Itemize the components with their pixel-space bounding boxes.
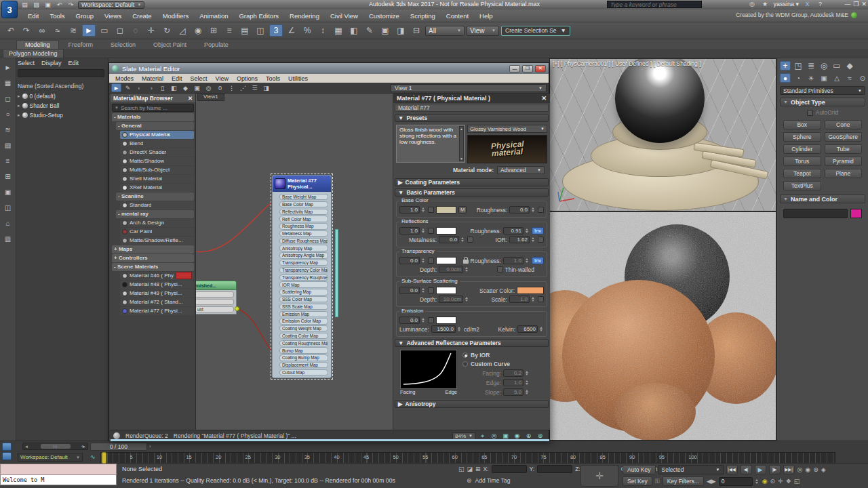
browser-row[interactable]: - General	[116, 122, 194, 130]
emission-color-swatch[interactable]	[436, 317, 456, 324]
assign-to-selection-icon[interactable]: ◆	[180, 83, 191, 92]
help-icon[interactable]: ?	[816, 1, 825, 7]
map-slot[interactable]: Displacement Map	[279, 362, 328, 368]
select-move-icon[interactable]: ✛	[144, 24, 158, 37]
maximize-button[interactable]: ❐	[853, 1, 859, 7]
go-to-end-button[interactable]: ▶▶|	[783, 465, 795, 474]
select-object-icon[interactable]: ►	[82, 24, 96, 37]
systems-category-icon[interactable]: ⊙	[857, 73, 868, 83]
layout-vertical-icon[interactable]: ⋮	[226, 83, 237, 92]
material-node-header[interactable]: Material #77Physical...	[273, 176, 331, 192]
lights-category-icon[interactable]: ☀	[806, 73, 816, 83]
map-slot[interactable]: Reflectivity Map	[279, 209, 328, 215]
new-file-icon[interactable]: ▤	[20, 1, 29, 8]
preset-dropdown[interactable]: Glossy Varnished Wood▼	[467, 125, 547, 133]
selection-lock-icon[interactable]: ◪	[467, 466, 473, 472]
se-frame-icon[interactable]: ◻	[3, 94, 14, 103]
slate-menu-item[interactable]: Material	[138, 75, 167, 82]
slate-minimize-button[interactable]: —	[509, 65, 520, 73]
y-coordinate-field[interactable]	[537, 465, 572, 473]
map-slot[interactable]: Base Color Map	[279, 201, 328, 207]
transparency-color-swatch[interactable]	[436, 257, 456, 264]
browser-close-icon[interactable]: ✕	[188, 95, 193, 102]
time-tag-icon[interactable]: ⊕	[467, 477, 472, 484]
map-slot[interactable]: Roughness Map	[279, 223, 328, 229]
reflection-color-swatch[interactable]	[436, 227, 456, 235]
se-lasso-icon[interactable]: ≋	[3, 125, 14, 134]
facing-spinner[interactable]: 0.2	[503, 369, 524, 377]
browser-toggle-icon[interactable]: ◨	[261, 83, 271, 92]
menu-item[interactable]: Graph Editors	[234, 11, 283, 21]
menu-item[interactable]: Animation	[195, 11, 233, 21]
key-filters-button[interactable]: Key Filters...	[663, 476, 704, 486]
select-scale-icon[interactable]: ◿	[176, 24, 189, 37]
metalness-spinner[interactable]: 0.0	[439, 236, 459, 243]
se-sort-icon[interactable]: ≡	[3, 156, 14, 165]
search-input[interactable]	[607, 1, 702, 8]
align-icon[interactable]: ≡	[222, 24, 236, 37]
browser-row[interactable]: DirectX Shader	[120, 148, 194, 157]
spinner-arrows[interactable]	[526, 380, 530, 385]
slate-dim1-icon[interactable]: ◐	[134, 83, 144, 92]
browser-row[interactable]: Shell Material	[120, 175, 194, 183]
material-77-node[interactable]: Material #77Physical... Base Weight Map	[271, 174, 333, 380]
expand-triangle-icon[interactable]: ▸	[18, 103, 20, 108]
play-button[interactable]: ▶	[755, 465, 766, 474]
custom-curve-radio[interactable]	[462, 361, 468, 367]
scene-explorer-toggle-icon[interactable]: ◫	[254, 24, 267, 37]
slate-menu-item[interactable]: Utilities	[285, 75, 311, 82]
explorer-row[interactable]: ▸ Shader Ball	[18, 102, 106, 110]
layout-all-icon[interactable]: ⋰	[238, 83, 248, 92]
browser-row[interactable]: - Scanline	[116, 192, 194, 201]
open-file-icon[interactable]: ▨	[32, 1, 41, 8]
object-name-field[interactable]	[783, 209, 848, 218]
roughness-map-checkbox[interactable]	[538, 207, 544, 213]
render-production-icon[interactable]: ✎	[363, 24, 376, 37]
map-slot[interactable]: Coating Roughness Map	[279, 340, 328, 346]
node-view-canvas[interactable]: View1 rnished... unt	[196, 94, 393, 430]
menu-item[interactable]: Civil View	[326, 11, 363, 21]
spinner-arrows[interactable]	[422, 258, 426, 263]
primitive-button[interactable]: Pyramid	[825, 157, 863, 166]
map-slot[interactable]: Anisotropy Map	[279, 245, 328, 251]
browser-search-field[interactable]: ▼Search by Name ...	[112, 104, 194, 112]
kelvin-spinner[interactable]: 6500	[517, 325, 538, 333]
search-communities-icon[interactable]: ◎	[747, 1, 756, 7]
scale-map-checkbox[interactable]	[538, 296, 544, 302]
frame-step-icons[interactable]: ◀▶	[707, 478, 716, 485]
transparency-weight-spinner[interactable]: 0.0	[399, 257, 420, 264]
browser-row[interactable]: Material #48 ( Physi...	[120, 281, 194, 289]
rendered-frame-window-icon[interactable]: ◧	[347, 24, 361, 37]
x-coordinate-field[interactable]	[492, 465, 527, 473]
transparency-depth-spinner[interactable]: 0.0cm	[439, 266, 463, 273]
anisotropy-rollout[interactable]: ▶Anisotropy	[395, 400, 549, 408]
named-selection-set-field[interactable]: Create Selection Se▼	[501, 26, 570, 36]
browser-title-bar[interactable]: Material/Map Browser✕	[111, 94, 195, 102]
show-end-result-icon[interactable]: ▣	[192, 83, 202, 92]
orbit-icon[interactable]: ⊙	[770, 478, 776, 485]
map-slot[interactable]: IOR Map	[279, 281, 328, 287]
slate-menu-item[interactable]: Edit	[168, 75, 186, 82]
transparency-roughness-spinner[interactable]: 1.0	[503, 257, 524, 264]
map-slot[interactable]: SSS Scale Map	[279, 304, 328, 310]
spinner-arrows[interactable]	[755, 479, 760, 484]
slate-title-bar[interactable]: Slate Material Editor — ❐ ✕	[109, 63, 549, 74]
map-slot[interactable]: Diffuse Roughness Map	[279, 238, 328, 244]
browser-row[interactable]: Matte/Shadow/Refle...	[120, 237, 194, 245]
browser-row[interactable]: Physical Material	[120, 131, 194, 139]
map-slot[interactable]: Transparency Color Map	[279, 267, 328, 273]
object-type-rollout[interactable]: ▼Object Type	[780, 98, 865, 106]
previous-frame-arrow[interactable]: ‹	[81, 443, 83, 449]
sss-weight-spinner[interactable]: 0.0	[399, 287, 420, 294]
primitive-button[interactable]: Teapot	[783, 169, 821, 178]
ribbon-tab[interactable]: Freeform	[60, 41, 102, 49]
base-roughness-spinner[interactable]: 0.0	[509, 206, 530, 214]
redo-icon[interactable]: ↷	[66, 1, 75, 8]
emission-weight-spinner[interactable]: 0.0	[399, 317, 420, 324]
reflection-weight-spinner[interactable]: 1.0	[399, 227, 420, 235]
reflection-map-checkbox[interactable]	[428, 228, 434, 234]
spinner-arrows[interactable]	[458, 327, 462, 331]
scatter-color-swatch[interactable]	[517, 287, 544, 294]
slate-menu-item[interactable]: Options	[233, 75, 261, 82]
menu-item[interactable]: Scripting	[406, 11, 440, 21]
